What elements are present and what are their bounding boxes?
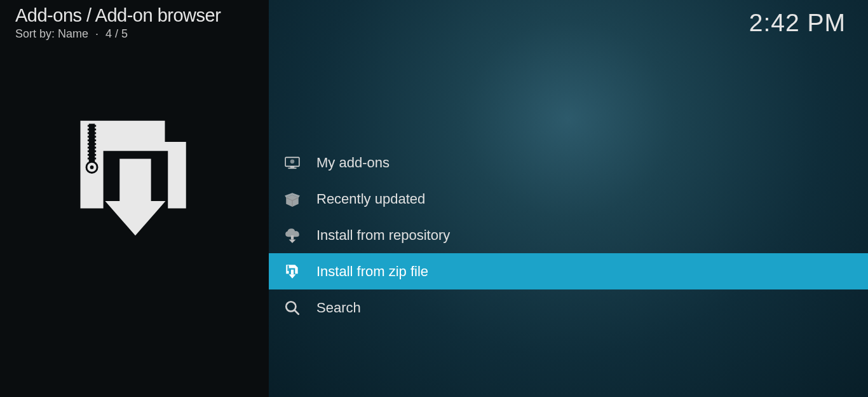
sort-info: Sort by: Name · 4 / 5 [15,27,254,41]
svg-point-12 [90,165,93,169]
svg-rect-18 [291,235,294,240]
svg-rect-20 [291,269,294,274]
svg-rect-13 [119,159,151,202]
svg-rect-8 [87,150,95,152]
sort-separator: · [95,27,98,40]
menu-item-recently-updated[interactable]: Recently updated [269,181,868,217]
menu-item-label: Search [316,300,361,316]
svg-rect-1 [87,125,95,127]
zip-download-icon [283,263,301,281]
content-area: 2:42 PM My add-ons [269,0,868,397]
svg-rect-7 [87,147,95,149]
svg-rect-2 [87,129,95,130]
svg-rect-5 [87,139,95,141]
menu-item-install-repository[interactable]: Install from repository [269,217,868,253]
svg-rect-10 [87,158,95,160]
svg-point-17 [290,159,295,164]
clock: 2:42 PM [749,9,846,37]
search-icon [283,299,301,317]
svg-rect-16 [288,167,297,169]
sort-label: Sort by: Name [15,27,88,40]
menu-item-search[interactable]: Search [269,289,868,326]
menu-item-install-zip[interactable]: Install from zip file [269,253,868,289]
menu-list: My add-ons Recently updated [269,144,868,326]
menu-item-label: Install from repository [316,227,450,244]
breadcrumb: Add-ons / Add-on browser [15,5,254,26]
svg-rect-4 [87,136,95,138]
menu-item-label: My add-ons [316,155,390,171]
zip-file-download-icon [74,118,195,239]
svg-line-22 [294,310,299,314]
svg-rect-9 [87,154,95,156]
monitor-icon [283,154,301,172]
sidebar-header: Add-ons / Add-on browser Sort by: Name ·… [0,0,269,46]
cloud-download-icon [283,226,301,244]
menu-item-label: Recently updated [316,191,425,207]
menu-item-my-addons[interactable]: My add-ons [269,144,868,181]
svg-rect-6 [87,143,95,145]
svg-rect-19 [287,265,288,271]
sort-position: 4 / 5 [105,27,128,40]
box-open-icon [283,190,301,208]
sidebar: Add-ons / Add-on browser Sort by: Name ·… [0,0,269,397]
menu-item-label: Install from zip file [316,263,428,280]
svg-rect-15 [290,166,295,167]
sidebar-icon-container [74,118,195,241]
svg-rect-3 [87,132,95,134]
